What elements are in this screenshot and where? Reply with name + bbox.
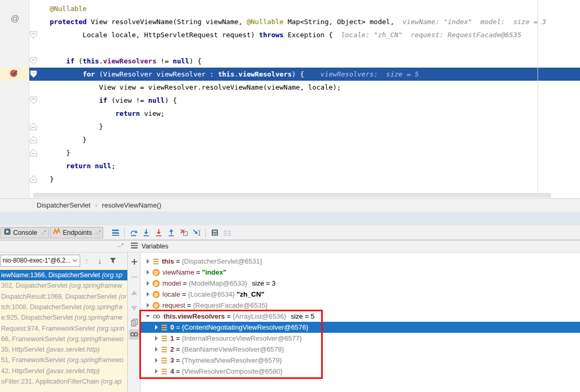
chevron-right-icon[interactable] [145,280,151,287]
chevron-right-icon[interactable] [145,258,151,265]
stack-frame-row[interactable]: e:925, DispatcherServlet (org.springfram… [0,312,127,323]
chevron-down-icon[interactable] [145,313,151,320]
chevron-right-icon[interactable] [153,324,159,331]
fold-up-icon[interactable] [30,149,37,159]
stack-frame-row[interactable]: oFilter:231, ApplicationFilterChain (org… [0,376,127,387]
remove-icon[interactable] [129,271,139,282]
variables-tree[interactable]: this = {DispatcherServlet@6531}pviewName… [140,253,580,392]
variable-name: 1 [170,334,174,342]
variable-row[interactable]: 4 = {ViewResolverComposite@6580} [140,366,580,377]
equals-sign: = [174,257,182,265]
code-line: } [50,172,54,186]
variable-row[interactable]: 2 = {BeanNameViewResolver@6578} [140,344,580,355]
equals-sign: = [181,279,189,287]
variable-string-value: "index" [202,268,226,276]
chevron-right-icon[interactable] [153,357,159,364]
force-step-into-icon[interactable] [152,227,165,238]
chevron-right-icon[interactable] [153,335,159,342]
variable-row[interactable]: pviewName = "index" [140,267,580,278]
chevron-right-icon[interactable] [153,368,159,375]
chevron-right-icon[interactable] [145,291,151,298]
parameter-icon: p [152,280,160,287]
code-editor[interactable]: @ @Nullableprotected View resolveViewNam… [0,0,580,198]
variable-reference: {InternalResourceViewResolver@6577} [182,334,302,342]
variable-row[interactable]: plocale = {Locale@6534} "zh_CN" [140,289,580,300]
variable-row[interactable]: prequest = {RequestFacade@6535} [140,300,580,311]
stack-frame-row[interactable]: DispatchResult:1069, DispatcherServlet (… [0,291,127,302]
step-out-icon[interactable] [165,227,178,238]
filter-icon[interactable] [106,254,119,267]
fold-down-icon[interactable] [30,96,37,106]
variable-name: this.viewResolvers [163,312,225,320]
code-line: View view = viewResolver.resolveViewName… [50,81,341,94]
variable-row[interactable]: 3 = {ThymeleafViewResolver@6579} [140,355,580,366]
variable-reference: {ThymeleafViewResolver@6579} [182,356,282,364]
equals-sign: = [185,301,193,309]
tab-pin-icon[interactable]: →* [39,230,46,235]
variable-reference: {ArrayList@6536} [233,312,286,320]
fold-down-icon[interactable] [30,70,37,80]
stack-frame-row[interactable]: 42, HttpServlet (javax.servlet.http) [0,366,127,376]
stack-frame-row[interactable]: tch:1008, DispatcherServlet (org.springf… [0,302,127,312]
equals-sign: = [174,367,182,375]
code-line: protected View resolveViewName(String vi… [50,15,546,28]
fold-up-icon[interactable] [30,123,37,133]
fold-down-icon[interactable] [30,57,37,67]
tab-endpoints[interactable]: Endpoints →* [50,227,104,238]
menu-icon[interactable] [131,243,138,250]
variables-panel-title: Variables [141,243,168,250]
equals-sign: = [174,345,182,353]
equals-sign: = [174,356,182,364]
breadcrumb-class[interactable]: DispatcherServlet [37,201,91,209]
stack-frame-row[interactable]: 51, FrameworkServlet (org.springframewo [0,355,127,365]
variable-row[interactable]: this.viewResolvers = {ArrayList@6536}siz… [140,311,580,322]
variable-reference: {DispatcherServlet@6531} [182,257,262,265]
variable-row[interactable]: 0 = {ContentNegotiatingViewResolver@6576… [140,322,580,333]
watches-icon[interactable] [129,329,139,340]
move-up-icon[interactable] [129,287,139,298]
horizontal-scrollbar[interactable] [33,193,551,198]
stack-frame-row[interactable]: 35, HttpServlet (javax.servlet.http) [0,344,127,355]
pin-icon[interactable]: →* [116,242,123,248]
code-line: } [50,120,103,133]
code-line: } [50,146,70,159]
drop-frame-icon[interactable] [178,227,190,238]
variable-row[interactable]: pmodel = {ModelMap@6533}size = 3 [140,278,580,289]
restore-layout-icon[interactable] [221,227,234,238]
thread-selector-dropdown[interactable]: nio-8080-exec-1"@6,2... [1,255,80,267]
stack-frame-row[interactable]: iewName:1366, DispatcherServlet (org.sp [0,270,127,280]
stack-frame-row[interactable]: Request:974, FrameworkServlet (org.sprin [0,323,127,334]
add-icon[interactable] [129,256,139,267]
move-down-icon[interactable] [129,303,139,313]
chevron-right-icon[interactable] [145,269,151,276]
variable-row[interactable]: 1 = {InternalResourceViewResolver@6577} [140,333,580,344]
previous-frame-icon[interactable]: ↑ [80,254,93,267]
fold-up-icon[interactable] [30,136,37,146]
variable-reference: {ModelMap@6533} [189,279,247,287]
chevron-right-icon[interactable] [145,302,151,309]
copy-stack-icon[interactable] [129,317,139,328]
debugger-menu-icon[interactable] [109,227,122,238]
next-frame-icon[interactable]: ↓ [93,254,106,267]
step-over-icon[interactable] [127,227,140,238]
tab-console[interactable]: Console →* [1,227,49,238]
code-line: if (this.viewResolvers != null) { [50,55,202,68]
variables-toolbar-strip [127,253,140,392]
step-into-icon[interactable] [140,227,152,238]
run-to-cursor-icon[interactable] [190,227,203,238]
chevron-right-icon[interactable] [153,346,159,353]
tab-pin-icon[interactable]: →* [94,230,100,235]
variable-size: size = 3 [252,279,276,287]
breadcrumb-method[interactable]: resolveViewName() [102,201,161,209]
stack-frame-row[interactable]: 66, FrameworkServlet (org.springframewo [0,334,127,344]
fold-down-icon[interactable] [30,31,37,41]
evaluate-expression-icon[interactable] [209,227,221,238]
parameter-icon: p [152,291,160,298]
variable-reference: {RequestFacade@6535} [193,301,268,309]
call-stack-list[interactable]: iewName:1366, DispatcherServlet (org.sp3… [0,268,127,392]
equals-sign: = [194,268,202,276]
variable-row[interactable]: this = {DispatcherServlet@6531} [140,256,580,267]
stack-frame-row[interactable]: 302, DispatcherServlet (org.springframew [0,280,127,291]
fold-up-icon[interactable] [30,175,37,185]
variable-name: 4 [170,367,174,375]
